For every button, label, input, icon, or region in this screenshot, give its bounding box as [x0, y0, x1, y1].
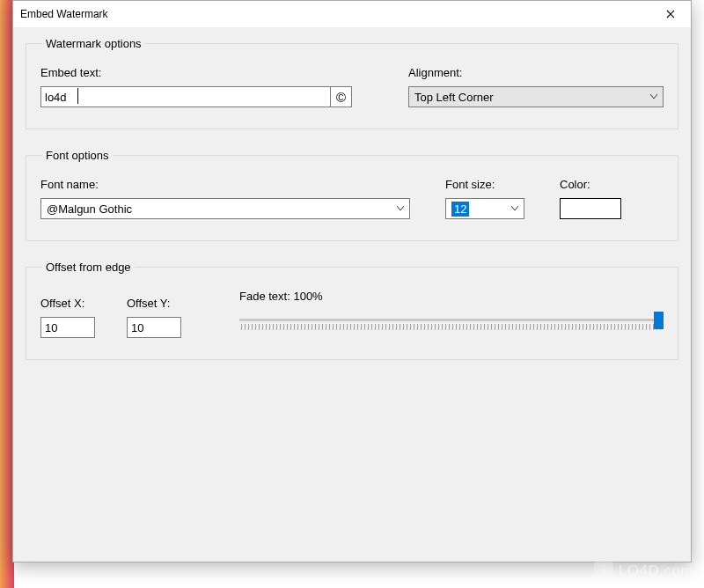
site-watermark: LO4D.com: [594, 562, 693, 581]
slider-rail: [239, 319, 664, 321]
alignment-label: Alignment:: [408, 66, 664, 79]
copyright-icon: ©: [336, 90, 346, 105]
font-name-select[interactable]: @Malgun Gothic: [40, 198, 410, 219]
window-title: Embed Watermark: [20, 8, 650, 20]
dialog-client-area: Watermark options Embed text: ©: [13, 28, 691, 562]
font-options-legend: Font options: [42, 149, 113, 162]
offset-y-label: Offset Y:: [127, 297, 181, 310]
chevron-down-icon: [650, 94, 657, 99]
titlebar: Embed Watermark: [13, 1, 691, 28]
watermark-options-legend: Watermark options: [42, 37, 145, 50]
offset-legend: Offset from edge: [42, 261, 135, 274]
font-size-value: 12: [451, 202, 469, 217]
font-size-select[interactable]: 12: [445, 198, 524, 219]
font-options-group: Font options Font name: @Malgun Gothic F…: [26, 149, 678, 241]
offset-x-label: Offset X:: [40, 297, 95, 310]
embed-text-label: Embed text:: [40, 66, 352, 79]
embed-watermark-dialog: Embed Watermark Watermark options Embed …: [12, 0, 692, 562]
text-caret: [77, 88, 78, 104]
alignment-value: Top Left Corner: [414, 91, 494, 104]
fade-text-label: Fade text: 100%: [239, 290, 664, 303]
alignment-select[interactable]: Top Left Corner: [408, 86, 664, 107]
chevron-down-icon: [397, 206, 404, 211]
watermark-options-group: Watermark options Embed text: ©: [26, 37, 678, 129]
slider-ticks: [241, 324, 662, 330]
font-name-value: @Malgun Gothic: [47, 202, 132, 216]
close-icon: [666, 10, 675, 18]
font-size-label: Font size:: [445, 178, 524, 191]
font-name-label: Font name:: [40, 178, 410, 191]
close-button[interactable]: [650, 1, 691, 28]
chevron-down-icon: [511, 206, 518, 211]
color-picker[interactable]: [560, 198, 621, 219]
embed-text-input[interactable]: [40, 86, 331, 107]
offset-group: Offset from edge Offset X: Offset Y: Fad…: [26, 261, 678, 360]
copyright-button[interactable]: ©: [331, 86, 352, 107]
fade-slider[interactable]: [239, 310, 664, 338]
offset-y-input[interactable]: [127, 317, 181, 338]
site-watermark-text: LO4D.com: [619, 562, 693, 580]
offset-x-input[interactable]: [40, 317, 95, 338]
color-label: Color:: [560, 178, 621, 191]
slider-thumb[interactable]: [654, 312, 664, 329]
download-icon: [594, 562, 613, 581]
